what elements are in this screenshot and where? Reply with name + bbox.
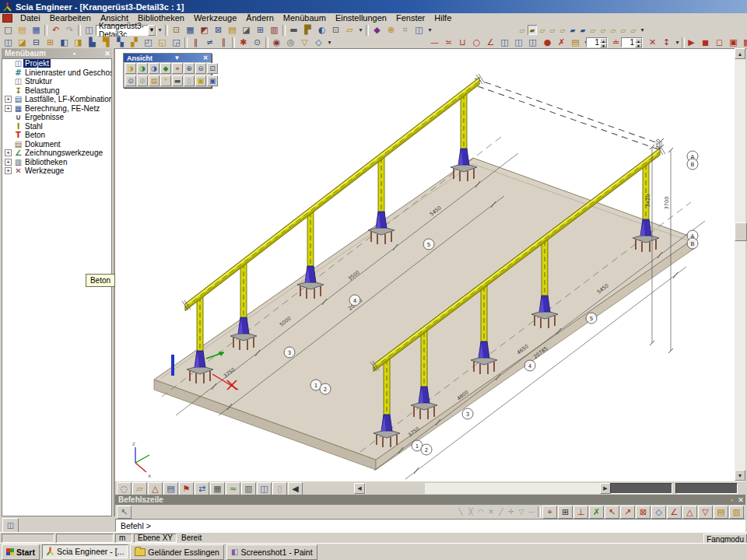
menu-item-hilfe[interactable]: Hilfe xyxy=(430,13,456,23)
sidebar-item-dokument[interactable]: ▤Dokument xyxy=(2,140,111,149)
print-pic-icon[interactable]: ▦ xyxy=(210,482,225,495)
view-right-icon[interactable]: ▱ xyxy=(548,25,557,35)
view-back-icon[interactable]: ▰ xyxy=(528,25,537,35)
expand-icon[interactable]: + xyxy=(5,159,12,166)
sidebar-item-struktur[interactable]: ◫Struktur xyxy=(2,77,111,86)
render-icon[interactable]: ◩ xyxy=(198,24,211,36)
dimension-chain-icon[interactable]: ≍ xyxy=(442,37,455,48)
clipboard-icon[interactable]: ⌗ xyxy=(398,24,412,36)
sidebar-item-berechnung[interactable]: +▦Berechnung, FE-Netz xyxy=(2,104,111,114)
view-axo2-icon[interactable]: ▰ xyxy=(578,25,587,35)
swap-icon[interactable]: ⇄ xyxy=(195,482,209,495)
mesh-icon[interactable]: ⊞ xyxy=(254,24,267,36)
edit-view-params-icon[interactable]: ▤ xyxy=(149,75,160,86)
snap-diag-icon[interactable]: ╱ xyxy=(496,507,506,517)
view-settings-icon[interactable]: ▣ xyxy=(207,75,218,86)
preview-icon[interactable]: ▛ xyxy=(301,24,314,36)
select-icon[interactable]: ◌ xyxy=(117,482,132,495)
tendon-icon[interactable]: ∥ xyxy=(217,37,230,48)
sidebar-item-projekt[interactable]: ◫Projekt xyxy=(2,59,111,68)
view-axo1-icon[interactable]: ▰ xyxy=(568,25,577,35)
menu-item-datei[interactable]: Datei xyxy=(16,13,45,23)
zoom-plus-icon[interactable]: ⊕ xyxy=(384,24,398,36)
snap-endpoint-icon[interactable]: ↖ xyxy=(605,506,619,519)
project-combo[interactable]: Krangerüst3-Detail3c ▼ xyxy=(96,25,156,36)
view-iso4-icon[interactable]: ▱ xyxy=(629,25,638,35)
layer-spinner[interactable]: 1 ▲▼ xyxy=(621,37,643,47)
expand-icon[interactable]: + xyxy=(5,149,12,156)
snap-intersect-icon[interactable]: ⊠ xyxy=(636,506,651,519)
break-icon[interactable]: ✕ xyxy=(646,37,659,48)
new-layer-icon[interactable]: ▤ xyxy=(569,37,582,48)
column-member[interactable] xyxy=(230,261,257,350)
sidebar-item-stahl[interactable]: IStahl xyxy=(2,122,111,131)
multicopy-icon[interactable]: ◫ xyxy=(512,37,525,48)
flag-icon[interactable]: ⚑ xyxy=(179,482,194,495)
scroll-down-icon[interactable]: ▼ xyxy=(735,470,745,481)
monitor-icon[interactable]: ◫ xyxy=(257,482,272,495)
plate-icon[interactable]: ⊞ xyxy=(44,37,57,48)
collapse-arrow-icon[interactable]: ◀ xyxy=(288,482,303,495)
view-top-icon[interactable]: ▱ xyxy=(558,25,567,35)
snap-arc-icon[interactable]: ◠ xyxy=(476,507,486,517)
view-dropdown-icon[interactable]: ▾ xyxy=(639,25,646,35)
new-document-icon[interactable]: □ xyxy=(2,24,15,36)
light-icon[interactable]: * xyxy=(160,75,171,86)
angle-dim-icon[interactable]: ∠ xyxy=(484,37,497,48)
task-screenshot1-paint[interactable]: ◧Screenshot1 - Paint xyxy=(226,544,317,560)
mdi-child-icon[interactable] xyxy=(2,14,12,23)
close-icon[interactable]: ✕ xyxy=(202,54,209,61)
spin-down-icon[interactable]: ▼ xyxy=(600,43,607,47)
opening-icon[interactable]: ▜ xyxy=(100,37,113,48)
yz-view-icon[interactable]: ◆ xyxy=(160,63,171,74)
elevation-icon[interactable]: ⊔ xyxy=(456,37,469,48)
close-icon[interactable]: ✕ xyxy=(103,50,112,58)
stop-icon[interactable]: ◼ xyxy=(699,37,712,48)
snap-line-icon[interactable]: ╲ xyxy=(456,507,465,517)
horizontal-scroll-thumb[interactable] xyxy=(366,483,425,494)
bolt-icon[interactable]: ◇ xyxy=(312,37,325,48)
zoom-selection-icon[interactable]: ⊘ xyxy=(137,75,148,86)
combo-arrow-icon[interactable]: ▼ xyxy=(148,25,156,36)
shell-icon[interactable]: ▞ xyxy=(128,37,141,48)
results-icon[interactable]: ▣ xyxy=(727,37,740,48)
snap-midpoint-icon[interactable]: ↗ xyxy=(620,506,635,519)
calculator-icon[interactable]: ◆ xyxy=(370,24,384,36)
scroll-up-icon[interactable]: ▲ xyxy=(735,48,745,59)
menu-item-men-baum[interactable]: Menübaum xyxy=(279,13,331,23)
snap-node-icon[interactable]: ▽ xyxy=(698,506,713,519)
snap-grid-icon[interactable]: ⊞ xyxy=(558,506,573,519)
zoom-all-icon[interactable]: ⊙ xyxy=(125,75,136,86)
menu-item--ndern[interactable]: Ändern xyxy=(241,13,278,23)
check-structure-icon[interactable]: ◉ xyxy=(270,37,283,48)
sidebar-item-bibliotheken[interactable]: +▥Bibliotheken xyxy=(2,158,111,167)
vertical-scrollbar[interactable]: ▲ ▼ xyxy=(735,48,745,481)
member-check-icon[interactable]: ◎ xyxy=(284,37,297,48)
delete-icon[interactable]: ✗ xyxy=(555,37,568,48)
xy-view-icon[interactable]: ◑ xyxy=(137,63,148,74)
layers-icon[interactable]: ⊡ xyxy=(170,24,183,36)
save-icon[interactable]: ▦ xyxy=(30,24,43,36)
xz-view-icon[interactable]: ◑ xyxy=(149,63,160,74)
snap-tangent-icon[interactable]: △ xyxy=(682,506,697,519)
open-project-icon[interactable]: ▤ xyxy=(16,24,29,36)
intersection-icon[interactable]: ✱ xyxy=(237,37,250,48)
project-list-dropdown-icon[interactable]: ▾ xyxy=(156,24,163,36)
menu-item-werkzeuge[interactable]: Werkzeuge xyxy=(189,13,241,23)
snap-angle-icon[interactable]: ∠ xyxy=(667,506,682,519)
view-left-icon[interactable]: ▱ xyxy=(538,25,547,35)
rigid-arm-icon[interactable]: ≠ xyxy=(203,37,216,48)
snap-tri-icon[interactable]: ▽ xyxy=(517,507,526,517)
snap-perp-icon[interactable]: ⊥ xyxy=(573,506,588,519)
snap-layer-icon[interactable]: ▤ xyxy=(714,506,728,519)
view-iso3-icon[interactable]: ▱ xyxy=(619,25,628,35)
column-member[interactable] xyxy=(187,295,213,383)
grid-icon[interactable]: ▦ xyxy=(184,24,197,36)
ansicht-floating-toolbar[interactable]: Ansicht ▼ ✕ ◑◑◑◆⌖⊕⊖⊡ ⊙⊘▤*▬▯▣▣ xyxy=(123,53,212,88)
link-icon[interactable]: ◫ xyxy=(412,24,426,36)
column-icon[interactable]: ⊟ xyxy=(30,37,43,48)
pin-icon[interactable]: ▪ xyxy=(69,50,79,58)
pin-icon[interactable]: ▪ xyxy=(727,496,736,504)
cross-link-icon[interactable]: ‖ xyxy=(189,37,202,48)
expand-icon[interactable]: + xyxy=(5,105,12,112)
